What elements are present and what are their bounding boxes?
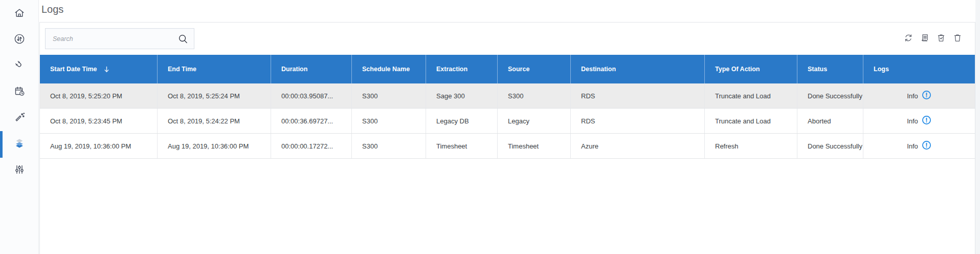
refresh-icon [903,33,914,45]
cell-duration: 00:00:36.69727... [271,109,352,133]
magnet-icon [13,59,26,73]
column-header-type-of-action[interactable]: Type Of Action [705,55,797,83]
trash-icon [952,33,963,45]
column-header-schedule-name[interactable]: Schedule Name [352,55,426,83]
search-box [45,28,194,49]
sidebar-item-home[interactable] [13,7,26,19]
cell-type-of-action: Refresh [705,134,797,158]
sliders-icon [13,163,26,177]
column-header-source[interactable]: Source [498,55,571,83]
cell-status: Done Successfully [797,134,863,158]
cell-end-time: Oct 8, 2019, 5:24:22 PM [158,109,271,133]
sidebar-item-settings[interactable] [13,164,26,176]
layers-icon [13,137,26,151]
column-header-label: Start Date Time [50,66,97,73]
column-header-status[interactable]: Status [797,55,863,83]
app-window: Logs [0,0,980,254]
cell-schedule-name: S300 [352,134,426,158]
search-icon[interactable] [177,33,189,45]
sync-circle-icon [13,33,26,47]
column-header-logs[interactable]: Logs [863,55,975,83]
cell-start-date-time: Oct 8, 2019, 5:23:45 PM [40,109,158,133]
info-label: Info [907,92,918,100]
column-header-label: Type Of Action [715,66,760,73]
cell-destination: RDS [571,83,705,108]
toolbar-icons [903,34,963,44]
table-header-row: Start Date Time End Time Duration Schedu… [40,55,975,83]
info-circle-icon [922,140,931,152]
cell-schedule-name: S300 [352,109,426,133]
delete-button[interactable] [952,34,963,44]
cell-source: S300 [498,83,571,108]
column-header-label: Status [808,66,827,73]
column-header-label: End Time [168,66,196,73]
cell-logs: Info [863,83,975,108]
cell-extraction: Timesheet [426,134,498,158]
info-label: Info [907,142,918,150]
info-label: Info [907,117,918,125]
cell-end-time: Aug 19, 2019, 10:36:00 PM [158,134,271,158]
scroll-gutter [975,0,980,254]
info-button[interactable]: Info [907,115,931,126]
table-row[interactable]: Oct 8, 2019, 5:25:20 PM Oct 8, 2019, 5:2… [40,83,975,109]
cell-logs: Info [863,134,975,158]
column-header-destination[interactable]: Destination [571,55,705,83]
trash-check-icon [936,33,946,45]
sidebar [0,0,39,254]
cell-type-of-action: Truncate and Load [705,109,797,133]
column-header-label: Extraction [436,66,467,73]
clear-logs-button[interactable] [936,34,946,44]
cell-destination: RDS [571,109,705,133]
cell-destination: Azure [571,134,705,158]
info-circle-icon [922,115,931,126]
column-header-label: Source [508,66,529,73]
cell-start-date-time: Aug 19, 2019, 10:36:00 PM [40,134,158,158]
cell-source: Legacy [498,109,571,133]
cell-start-date-time: Oct 8, 2019, 5:25:20 PM [40,83,158,108]
report-icon [920,33,930,45]
sidebar-item-logs[interactable] [13,138,26,150]
search-input[interactable] [46,29,194,49]
report-button[interactable] [920,34,930,44]
cell-logs: Info [863,109,975,133]
sort-descending-icon [103,66,110,73]
sidebar-item-transfers[interactable] [13,33,26,46]
cell-schedule-name: S300 [352,83,426,108]
cell-status: Done Successfully [797,83,863,108]
calendar-clock-icon [13,85,26,99]
cell-status: Aborted [797,109,863,133]
home-icon [13,7,26,20]
cell-type-of-action: Truncate and Load [705,83,797,108]
table-row[interactable]: Aug 19, 2019, 10:36:00 PM Aug 19, 2019, … [40,134,975,159]
page-title: Logs [41,4,63,15]
cell-extraction: Sage 300 [426,83,498,108]
info-button[interactable]: Info [907,140,931,152]
panel-toolbar [40,23,975,55]
column-header-duration[interactable]: Duration [271,55,352,83]
active-item-indicator [0,131,3,158]
cell-end-time: Oct 8, 2019, 5:25:24 PM [158,83,271,108]
column-header-label: Duration [281,66,307,73]
cell-duration: 00:00:00.17272... [271,134,352,158]
sidebar-item-mapping[interactable] [13,112,26,124]
sidebar-item-connections[interactable] [13,59,26,72]
cell-duration: 00:00:03.95087... [271,83,352,108]
column-header-start-date-time[interactable]: Start Date Time [40,55,158,83]
cell-extraction: Legacy DB [426,109,498,133]
info-circle-icon [922,90,931,101]
main-content: Logs [39,0,980,254]
column-header-label: Logs [874,66,889,73]
magic-wand-icon [13,111,26,125]
column-header-label: Schedule Name [362,66,410,73]
column-header-end-time[interactable]: End Time [158,55,271,83]
table-row[interactable]: Oct 8, 2019, 5:23:45 PM Oct 8, 2019, 5:2… [40,109,975,134]
sidebar-item-schedules[interactable] [13,86,26,98]
logs-panel: Start Date Time End Time Duration Schedu… [39,22,975,254]
info-button[interactable]: Info [907,90,931,101]
column-header-label: Destination [581,66,616,73]
logs-table: Start Date Time End Time Duration Schedu… [40,55,975,159]
refresh-button[interactable] [903,34,914,44]
column-header-extraction[interactable]: Extraction [426,55,498,83]
cell-source: Timesheet [498,134,571,158]
